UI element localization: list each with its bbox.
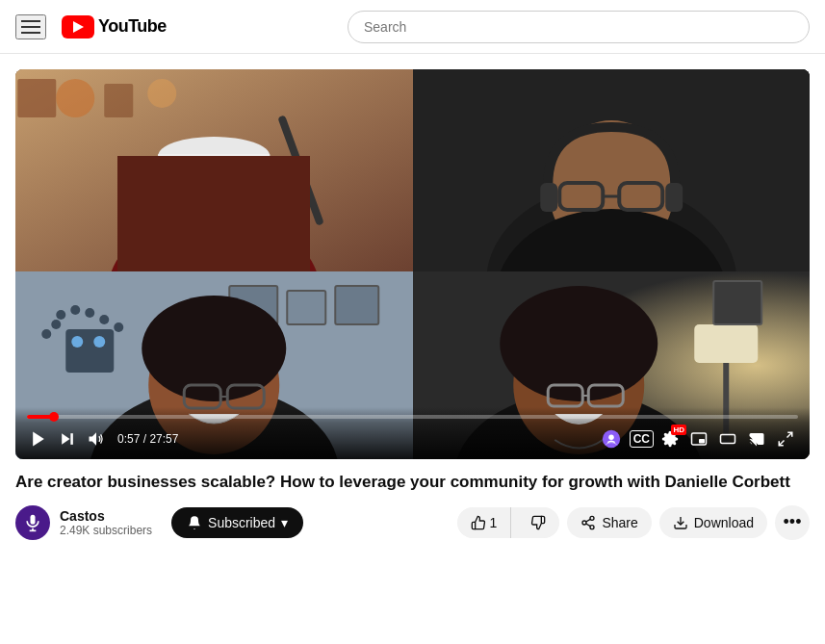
share-icon <box>580 515 596 530</box>
like-count: 1 <box>490 515 498 530</box>
search-input[interactable] <box>348 11 810 43</box>
hamburger-menu-button[interactable] <box>15 14 46 39</box>
play-pause-button[interactable] <box>27 427 50 451</box>
like-button[interactable]: 1 <box>457 507 512 538</box>
share-label: Share <box>602 515 637 530</box>
svg-rect-26 <box>287 291 325 324</box>
subscribe-button[interactable]: Subscribed ▾ <box>171 507 303 538</box>
cast-button[interactable] <box>744 428 769 450</box>
miniplayer-button[interactable] <box>686 428 711 450</box>
svg-point-5 <box>147 79 176 108</box>
main-content: 0:57 / 27:57 <box>0 69 825 548</box>
svg-point-30 <box>41 329 51 339</box>
thumbs-up-icon <box>471 515 486 530</box>
svg-rect-9 <box>158 154 270 168</box>
svg-marker-55 <box>33 432 44 447</box>
svg-rect-12 <box>248 156 272 194</box>
hd-badge: HD <box>671 425 686 435</box>
cast-icon <box>748 430 765 448</box>
action-buttons: 1 Share <box>457 505 810 540</box>
share-button[interactable]: Share <box>567 507 651 538</box>
svg-point-31 <box>56 310 65 320</box>
video-player: 0:57 / 27:57 <box>15 69 810 459</box>
header: YouTube <box>0 0 825 54</box>
svg-rect-28 <box>65 329 114 373</box>
thumbs-down-icon <box>530 515 546 530</box>
svg-point-71 <box>582 521 586 525</box>
podcast-icon <box>601 428 622 450</box>
time-display: 0:57 / 27:57 <box>117 432 178 446</box>
play-icon <box>29 429 48 449</box>
channel-subscribers: 2.49K subscribers <box>60 524 152 537</box>
header-left: YouTube <box>15 14 167 39</box>
miniplayer-icon <box>690 430 708 448</box>
channel-avatar[interactable] <box>15 505 50 540</box>
svg-rect-21 <box>540 183 557 212</box>
svg-point-72 <box>590 525 594 528</box>
svg-line-74 <box>586 519 591 522</box>
svg-point-34 <box>99 315 109 324</box>
svg-rect-2 <box>17 79 56 117</box>
next-button[interactable] <box>56 427 79 451</box>
svg-rect-47 <box>694 324 758 363</box>
subscribe-label: Subscribed <box>208 515 275 530</box>
svg-line-73 <box>586 524 591 527</box>
dislike-button[interactable] <box>517 507 559 538</box>
svg-rect-62 <box>699 439 705 444</box>
settings-wrapper: HD <box>657 428 683 450</box>
svg-line-65 <box>787 432 792 437</box>
subscribe-chevron: ▾ <box>281 515 288 530</box>
volume-icon <box>87 429 106 449</box>
download-icon <box>673 515 688 530</box>
controls-right: CC HD <box>597 426 798 451</box>
svg-point-37 <box>93 336 105 348</box>
more-dots: ••• <box>784 512 802 532</box>
youtube-logo[interactable]: YouTube <box>62 15 167 39</box>
svg-rect-4 <box>104 84 133 117</box>
video-cell-top-left <box>15 69 413 271</box>
svg-point-35 <box>114 322 123 332</box>
youtube-icon <box>62 15 94 39</box>
svg-rect-27 <box>335 286 378 324</box>
theatre-mode-button[interactable] <box>715 428 740 450</box>
download-button[interactable]: Download <box>659 507 767 538</box>
current-time: 0:57 <box>117 432 140 446</box>
svg-point-10 <box>180 211 247 245</box>
subtitles-button[interactable]: CC <box>630 430 654 448</box>
svg-marker-56 <box>62 433 69 445</box>
search-bar <box>348 11 810 43</box>
svg-marker-58 <box>90 432 97 445</box>
video-title: Are creator businesses scalable? How to … <box>15 471 810 494</box>
progress-bar-fill <box>27 415 54 419</box>
svg-rect-57 <box>70 433 73 445</box>
volume-button[interactable] <box>85 427 108 451</box>
podcast-button[interactable] <box>597 426 626 451</box>
channel-text: Castos 2.49K subscribers <box>60 508 152 537</box>
more-options-button[interactable]: ••• <box>775 505 810 540</box>
svg-point-3 <box>56 79 94 117</box>
download-label: Download <box>694 515 754 530</box>
channel-row: Castos 2.49K subscribers Subscribed ▾ 1 <box>15 505 810 548</box>
fullscreen-button[interactable] <box>773 428 798 450</box>
video-controls-overlay: 0:57 / 27:57 <box>15 407 810 459</box>
video-cell-top-right <box>413 69 811 271</box>
progress-bar[interactable] <box>27 415 798 419</box>
total-time: 27:57 <box>149 432 178 446</box>
channel-info: Castos 2.49K subscribers <box>15 505 152 540</box>
fullscreen-icon <box>777 430 794 448</box>
svg-point-29 <box>51 320 61 329</box>
svg-rect-22 <box>665 183 683 212</box>
next-icon <box>58 429 77 449</box>
svg-point-6 <box>108 214 320 271</box>
cc-label: CC <box>633 432 650 446</box>
svg-point-8 <box>158 137 270 175</box>
svg-point-36 <box>71 336 83 348</box>
channel-avatar-icon <box>23 513 42 532</box>
svg-rect-63 <box>721 435 735 444</box>
svg-point-33 <box>85 308 94 318</box>
youtube-logo-text: YouTube <box>98 16 167 37</box>
podcast-icon-wrapper <box>597 426 626 451</box>
svg-rect-67 <box>31 514 36 524</box>
svg-point-70 <box>590 516 594 520</box>
video-grid <box>15 69 810 459</box>
